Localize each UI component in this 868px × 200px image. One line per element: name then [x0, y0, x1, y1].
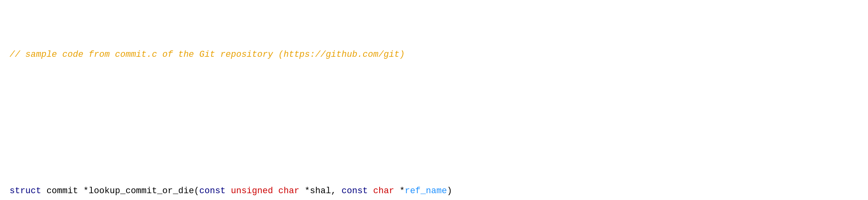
line-comment: // sample code from commit.c of the Git … — [10, 48, 858, 62]
kw-const2: const — [342, 186, 368, 196]
plain-4: *shal, — [299, 186, 342, 196]
line-func-sig: struct commit *lookup_commit_or_die(cons… — [10, 184, 858, 198]
plain-7: ) — [447, 186, 452, 196]
id-ref-name-param: ref_name — [405, 186, 447, 196]
line-blank1 — [10, 116, 858, 130]
kw-char1: char — [278, 186, 299, 196]
plain-1: commit *lookup_commit_or_die( — [41, 186, 199, 196]
kw-unsigned: unsigned — [231, 186, 273, 196]
comment-text: // sample code from commit.c of the Git … — [10, 50, 405, 60]
kw-struct1: struct — [10, 186, 41, 196]
plain-6: * — [394, 186, 405, 196]
plain-2 — [225, 186, 231, 196]
code-block: // sample code from commit.c of the Git … — [10, 7, 858, 200]
kw-const1: const — [199, 186, 225, 196]
plain-3 — [273, 186, 278, 196]
plain-5 — [368, 186, 373, 196]
kw-char2: char — [373, 186, 394, 196]
